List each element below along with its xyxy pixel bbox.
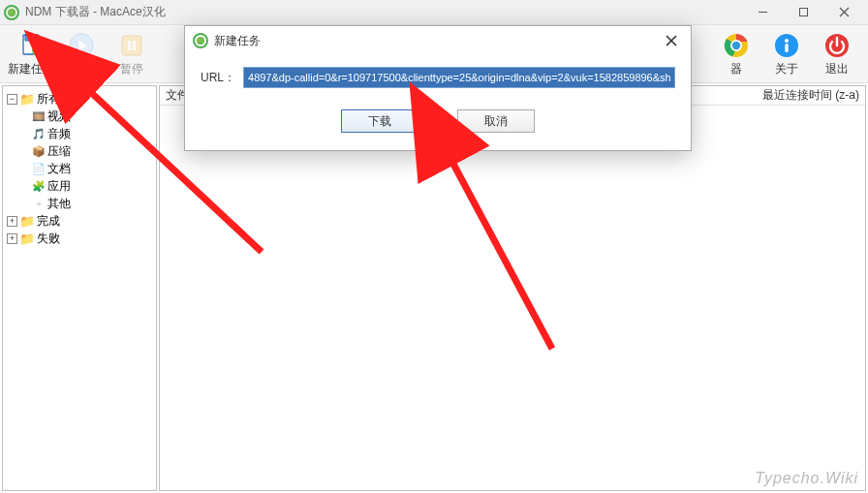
about-button[interactable]: 关于 [761, 28, 812, 80]
col-lasttime[interactable]: 最近连接时间 (z-a) [757, 86, 865, 105]
tree-item-document[interactable]: 📄文档 [5, 160, 154, 177]
document-icon: 📄 [32, 163, 46, 175]
power-icon [822, 31, 852, 60]
collapse-icon[interactable]: − [7, 94, 17, 105]
maximize-icon [798, 7, 809, 17]
url-row: URL： [201, 67, 675, 88]
window-minimize-button[interactable] [742, 0, 783, 25]
tree-label: 所有 [37, 91, 60, 108]
tree-label: 视频 [47, 108, 71, 125]
svg-rect-12 [785, 44, 788, 52]
tree-failed[interactable]: +📁失败 [5, 230, 154, 247]
svg-rect-0 [799, 9, 807, 16]
resume-label: 恢复 [70, 61, 93, 77]
chrome-icon [722, 31, 751, 60]
app-icon-small: 🧩 [32, 180, 46, 193]
new-task-button[interactable]: 新建任务 [6, 28, 56, 80]
svg-point-9 [732, 41, 740, 48]
category-tree[interactable]: −📁所有 🎞️视频 🎵音频 📦压缩 📄文档 🧩应用 ▫️其他 +📁完成 +📁失败 [2, 85, 157, 491]
window-maximize-button[interactable] [783, 0, 823, 25]
svg-rect-6 [133, 41, 136, 50]
new-task-label: 新建任务 [8, 61, 54, 77]
tree-item-archive[interactable]: 📦压缩 [5, 142, 154, 160]
new-task-icon [16, 31, 46, 60]
tree-label: 文档 [47, 161, 71, 177]
dialog-app-icon [193, 33, 208, 48]
dialog-close-button[interactable] [660, 29, 683, 52]
expand-icon[interactable]: + [7, 233, 17, 244]
dialog-title: 新建任务 [214, 33, 660, 49]
close-icon [665, 34, 678, 47]
url-label: URL： [201, 70, 235, 86]
other-icon: ▫️ [32, 198, 46, 210]
folder-icon: 📁 [19, 231, 35, 246]
info-icon [772, 31, 801, 60]
cancel-button[interactable]: 取消 [457, 109, 535, 133]
tree-item-other[interactable]: ▫️其他 [5, 195, 154, 212]
video-icon: 🎞️ [32, 110, 46, 123]
watermark: Typecho.Wiki [755, 470, 858, 487]
dialog-buttons: 下载 取消 [185, 96, 691, 150]
tree-label: 应用 [47, 178, 71, 195]
tree-label: 失败 [37, 231, 60, 247]
expand-icon[interactable]: + [7, 216, 17, 227]
window-titlebar: NDM 下载器 - MacAce汉化 [0, 0, 868, 25]
url-input[interactable] [243, 67, 675, 88]
tree-done[interactable]: +📁完成 [5, 212, 154, 230]
window-close-button[interactable] [823, 0, 864, 25]
dialog-titlebar[interactable]: 新建任务 [185, 26, 691, 55]
tree-label: 完成 [37, 213, 60, 230]
audio-icon: 🎵 [32, 128, 46, 140]
dialog-body: URL： [185, 55, 691, 96]
tree-label: 音频 [47, 126, 71, 142]
tree-root[interactable]: −📁所有 [5, 90, 154, 108]
tree-item-video[interactable]: 🎞️视频 [5, 108, 154, 125]
pause-icon [117, 31, 146, 60]
browser-button[interactable]: 器 [711, 28, 761, 80]
download-button[interactable]: 下载 [341, 109, 418, 133]
svg-point-11 [785, 39, 789, 43]
exit-button[interactable]: 退出 [812, 28, 862, 80]
folder-icon: 📁 [19, 92, 35, 107]
new-task-dialog: 新建任务 URL： 下载 取消 [184, 25, 692, 151]
tree-item-app[interactable]: 🧩应用 [5, 177, 154, 195]
minimize-icon [758, 7, 768, 17]
tree-label: 其他 [47, 196, 71, 212]
about-label: 关于 [775, 61, 798, 77]
tree-item-audio[interactable]: 🎵音频 [5, 125, 154, 142]
svg-rect-5 [128, 41, 131, 50]
window-title: NDM 下载器 - MacAce汉化 [25, 4, 742, 20]
pause-button[interactable]: 暂停 [107, 28, 157, 80]
folder-icon: 📁 [19, 214, 35, 229]
svg-rect-4 [122, 36, 141, 55]
app-icon [4, 5, 19, 20]
play-icon [67, 31, 96, 60]
tree-label: 压缩 [47, 143, 71, 160]
exit-label: 退出 [825, 61, 849, 77]
browser-label: 器 [730, 61, 742, 77]
close-icon [839, 7, 850, 17]
pause-label: 暂停 [120, 61, 143, 77]
resume-button[interactable]: 恢复 [56, 28, 107, 80]
archive-icon: 📦 [32, 145, 46, 158]
